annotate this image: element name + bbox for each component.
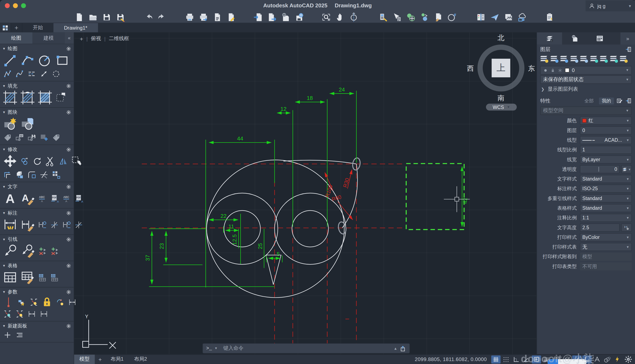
export-button[interactable] xyxy=(267,12,276,22)
unlock-layer-button[interactable] xyxy=(619,55,628,63)
command-line[interactable]: >_ ▼ 键入命令 ▲ xyxy=(202,343,410,353)
transparency-input[interactable]: 0 xyxy=(580,165,620,174)
new-file-button[interactable] xyxy=(74,12,84,22)
tab-layout1[interactable]: 布局1 xyxy=(106,354,129,364)
section-settings-icon[interactable] xyxy=(66,184,71,189)
auto-annotate-toggle[interactable] xyxy=(613,355,622,363)
tool-text-to-pdf[interactable]: PDFA xyxy=(50,194,58,203)
transparency-layers-button[interactable]: ▼ xyxy=(621,165,632,174)
section-settings-icon[interactable] xyxy=(66,290,71,295)
property-dropdown[interactable]: Standard▼ xyxy=(580,194,632,202)
property-dropdown[interactable]: 1:1▼ xyxy=(580,214,632,222)
freeze-layer-button[interactable] xyxy=(590,55,598,63)
orbit-button[interactable] xyxy=(349,12,358,22)
section-settings-icon[interactable] xyxy=(66,210,71,216)
save-button[interactable] xyxy=(102,12,111,22)
open-file-button[interactable] xyxy=(88,12,98,22)
section-settings-icon[interactable] xyxy=(66,147,71,152)
palette-tab-modeling[interactable]: 建模 xyxy=(32,32,65,44)
share-drawing-button[interactable] xyxy=(490,12,499,22)
wcs-selector[interactable]: WCS▼ xyxy=(486,104,517,111)
tool-table[interactable] xyxy=(3,270,17,284)
tool-array[interactable] xyxy=(52,170,60,179)
tool-rotation-parameter[interactable] xyxy=(56,298,64,306)
command-input[interactable]: 键入命令 xyxy=(223,345,243,352)
property-dropdown[interactable]: ISO-25▼ xyxy=(580,184,632,193)
property-dropdown[interactable]: ByLayer▼ xyxy=(580,156,632,164)
tool-hatch[interactable] xyxy=(3,91,17,104)
purge-button[interactable] xyxy=(434,12,443,22)
layer-off-button[interactable] xyxy=(599,55,608,63)
tool-attach-tag[interactable] xyxy=(52,133,60,142)
tab-start[interactable]: 开始 xyxy=(22,23,53,32)
dock-panel-icon[interactable] xyxy=(625,46,632,53)
tool-annotative-hatch[interactable] xyxy=(20,91,34,104)
tool-polyline[interactable] xyxy=(3,70,12,78)
compass-south-label[interactable]: 南 xyxy=(478,94,524,103)
count-button[interactable]: # xyxy=(448,12,457,22)
linetype-dropdown[interactable]: —— –ACAD...▼ xyxy=(580,136,632,144)
tool-spline[interactable] xyxy=(15,70,24,78)
tool-gradient[interactable] xyxy=(38,91,52,104)
dimensions[interactable] xyxy=(149,91,356,288)
visual-style-control[interactable]: 二维线框 xyxy=(109,35,129,42)
page-setup-button[interactable] xyxy=(226,12,236,22)
section-settings-icon[interactable] xyxy=(66,110,71,115)
lock-layer-button[interactable] xyxy=(610,55,618,63)
radius-annotations[interactable]: R100 R30 R60 xyxy=(324,170,353,220)
annotation-scale-toggle[interactable] xyxy=(603,355,612,363)
tool-edit-dimension[interactable] xyxy=(20,218,34,232)
property-dropdown[interactable]: Standard▼ xyxy=(580,204,632,212)
section-settings-icon[interactable] xyxy=(66,83,71,88)
tool-add-tool[interactable] xyxy=(3,331,12,340)
tool-point-parameter[interactable] xyxy=(3,310,12,318)
redo-button[interactable] xyxy=(158,12,167,22)
tool-region[interactable] xyxy=(52,70,60,78)
clipboard-actions-button[interactable] xyxy=(545,12,554,22)
tool-linear-dimension[interactable] xyxy=(38,220,46,229)
quick-select-button[interactable] xyxy=(420,12,429,22)
tool-boundary[interactable] xyxy=(56,92,66,103)
annotation-visibility-toggle[interactable] xyxy=(592,355,602,363)
undo-button[interactable] xyxy=(144,12,153,22)
section-caret-icon[interactable]: ▼ xyxy=(2,290,6,294)
property-dropdown[interactable]: 无▼ xyxy=(580,243,632,251)
batch-print-button[interactable] xyxy=(212,12,222,22)
tool-edit-text[interactable]: A xyxy=(20,192,34,205)
tool-extract-data[interactable] xyxy=(38,273,46,282)
property-dropdown[interactable]: Standard▼ xyxy=(580,175,632,183)
tool-multiline-text[interactable]: A xyxy=(3,192,17,205)
layer-match-button[interactable] xyxy=(580,55,588,63)
tool-multiline[interactable] xyxy=(28,70,36,78)
ucs-icon[interactable]: Y xyxy=(82,314,116,349)
construction-lines[interactable] xyxy=(142,164,405,348)
match-properties-button[interactable] xyxy=(406,12,415,22)
filter-all-button[interactable]: 全部 xyxy=(582,98,596,104)
section-settings-icon[interactable] xyxy=(66,237,71,242)
tool-radius-dimension[interactable] xyxy=(62,220,71,229)
layer-states-button[interactable] xyxy=(550,55,558,63)
tab-layers-palette[interactable]: i xyxy=(537,32,562,44)
grid-display-toggle[interactable] xyxy=(491,355,500,363)
expand-panels-button[interactable]: » xyxy=(620,32,635,44)
tool-block-action[interactable] xyxy=(18,298,26,306)
tool-write-block[interactable] xyxy=(28,133,36,142)
property-input[interactable]: 1 xyxy=(580,146,632,154)
drawing-area[interactable]: + | 俯视 | 二维线框 北 南 西 东 上 WCS▼ xyxy=(74,32,536,364)
tool-tool-list[interactable] xyxy=(15,331,24,340)
property-dropdown[interactable]: ByColor▼ xyxy=(580,233,632,242)
tool-multileader[interactable] xyxy=(3,244,17,258)
drawing-compare-button[interactable] xyxy=(476,12,486,22)
tool-angular-dimension[interactable] xyxy=(74,220,83,229)
zoom-window-button[interactable] xyxy=(322,12,331,22)
tool-find-text[interactable]: ABCA xyxy=(62,194,71,203)
palette-tab-draw[interactable]: 绘图 xyxy=(0,32,32,44)
tool-move[interactable] xyxy=(3,154,17,168)
tool-line[interactable] xyxy=(3,54,17,68)
current-layer-dropdown[interactable]: 0 ▼ xyxy=(540,66,632,74)
user-account-menu[interactable]: jq g ▼ xyxy=(586,0,635,11)
tool-lock-parameter[interactable] xyxy=(42,297,52,307)
tool-trim[interactable] xyxy=(45,156,56,166)
snap-mode-toggle[interactable] xyxy=(502,355,511,363)
polar-tracking-toggle[interactable] xyxy=(522,355,531,363)
